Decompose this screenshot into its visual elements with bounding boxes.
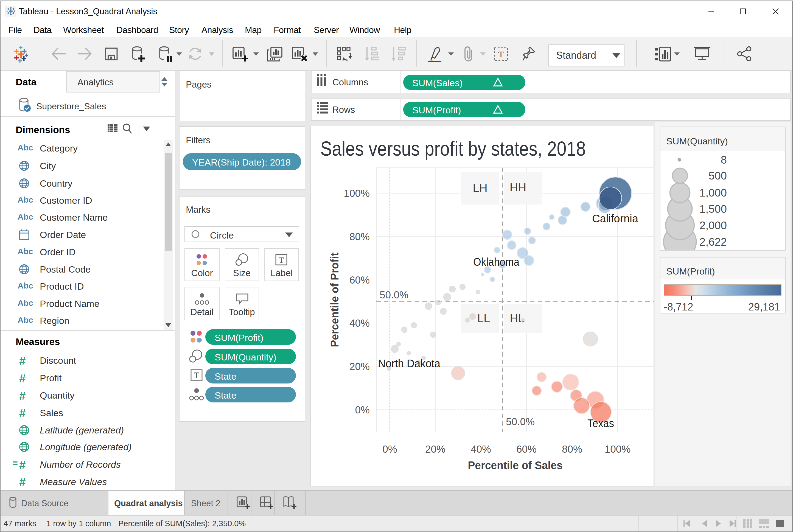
- svg-text:HH: HH: [510, 181, 526, 194]
- svg-text:50.0%: 50.0%: [506, 416, 535, 428]
- svg-text:LH: LH: [473, 182, 487, 195]
- svg-text:North Dakota: North Dakota: [378, 357, 441, 369]
- svg-text:Percentile of Sales: Percentile of Sales: [468, 459, 563, 471]
- svg-text:100%: 100%: [605, 443, 631, 455]
- svg-text:0%: 0%: [355, 404, 370, 416]
- svg-text:Sales versus profit by states,: Sales versus profit by states, 2018: [320, 137, 586, 160]
- svg-text:LL: LL: [477, 312, 490, 325]
- svg-text:80%: 80%: [562, 443, 582, 455]
- svg-text:0%: 0%: [382, 443, 397, 455]
- svg-text:T: T: [279, 255, 284, 264]
- svg-text:T: T: [194, 370, 199, 380]
- svg-text:20%: 20%: [349, 361, 370, 372]
- svg-text:100%: 100%: [344, 188, 370, 199]
- svg-text:Texas: Texas: [587, 417, 614, 429]
- svg-text:T: T: [498, 50, 504, 59]
- svg-text:Oklahoma: Oklahoma: [473, 256, 520, 268]
- svg-text:40%: 40%: [349, 318, 370, 329]
- svg-text:50.0%: 50.0%: [380, 289, 408, 301]
- svg-text:80%: 80%: [349, 231, 370, 242]
- svg-text:60%: 60%: [516, 443, 537, 455]
- svg-text:20%: 20%: [425, 443, 445, 455]
- svg-text:60%: 60%: [349, 274, 370, 286]
- svg-text:California: California: [592, 212, 638, 225]
- svg-text:40%: 40%: [471, 443, 491, 455]
- svg-text:Percentile of Profit: Percentile of Profit: [329, 252, 341, 347]
